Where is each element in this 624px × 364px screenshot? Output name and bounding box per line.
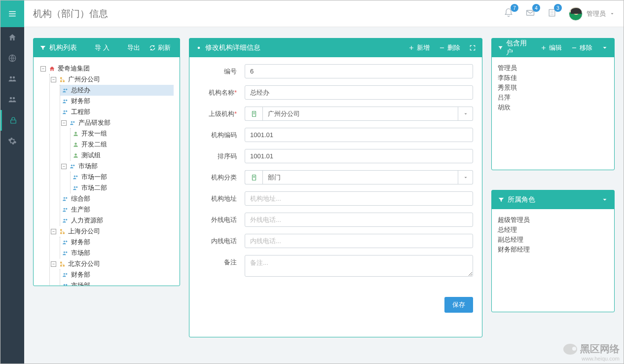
tree-node[interactable]: −上海分公司	[50, 226, 174, 237]
gear-icon	[195, 44, 202, 51]
phone-out-field[interactable]	[245, 213, 473, 227]
nav-lock[interactable]	[0, 110, 24, 131]
svg-point-35	[63, 218, 65, 220]
users-icon	[8, 95, 17, 104]
list-item[interactable]: 李陈佳	[498, 73, 608, 83]
list-item[interactable]: 财务部经理	[498, 245, 608, 255]
tree-node[interactable]: 开发二组	[71, 139, 174, 150]
notif-building[interactable]: 3	[547, 8, 557, 19]
list-item[interactable]: 秀景琪	[498, 83, 608, 93]
panel-title: 所属角色	[508, 195, 535, 204]
collapse-button[interactable]	[601, 44, 608, 51]
tree-toggle[interactable]: −	[61, 120, 67, 126]
import-button[interactable]: 导 入	[86, 43, 110, 52]
hamburger-icon	[8, 9, 17, 18]
tree-node[interactable]: 开发一组	[71, 128, 174, 139]
list-item[interactable]: 管理员	[498, 63, 608, 73]
page-title: 机构（部门）信息	[33, 7, 108, 20]
svg-point-34	[66, 208, 67, 209]
tree-toggle[interactable]: −	[40, 66, 46, 72]
refresh-button[interactable]: 刷新	[149, 43, 171, 52]
topbar-actions: 7 4 3 管理员	[504, 7, 615, 21]
tree-node[interactable]: 财务部	[60, 237, 174, 248]
tree-toggle[interactable]: −	[51, 229, 56, 234]
ico-user-icon	[72, 142, 79, 148]
tree-node[interactable]: 财务部	[60, 96, 174, 107]
nav-settings[interactable]	[0, 131, 24, 151]
tree-node[interactable]: 市场部	[60, 248, 174, 258]
remove-button[interactable]: 移除	[571, 43, 592, 52]
tree-node[interactable]: 生产部	[60, 204, 174, 215]
panel-header: 所属角色	[492, 190, 614, 209]
list-item[interactable]: 总经理	[498, 225, 608, 235]
add-button[interactable]: 新增	[408, 43, 430, 52]
name-field[interactable]	[245, 85, 473, 100]
code-field[interactable]	[245, 128, 473, 142]
save-button[interactable]: 保存	[444, 297, 473, 313]
remark-field[interactable]	[245, 255, 473, 277]
tree-toggle[interactable]: −	[51, 261, 56, 267]
nav-users2[interactable]	[0, 89, 24, 110]
tree-node[interactable]: −产品研发部	[60, 117, 174, 128]
tree-node[interactable]: 测试组	[71, 150, 174, 161]
nav-home[interactable]	[0, 27, 24, 48]
menu-toggle-button[interactable]	[0, 0, 24, 27]
tree-toggle[interactable]: −	[51, 77, 56, 82]
id-field[interactable]	[245, 64, 473, 78]
sort-field[interactable]	[245, 149, 473, 163]
label-name: 机构名称*	[198, 88, 245, 97]
notif-bell[interactable]: 7	[504, 8, 514, 19]
svg-rect-45	[60, 265, 62, 266]
category-field[interactable]	[262, 170, 458, 184]
svg-point-36	[66, 218, 67, 220]
fullscreen-button[interactable]	[469, 44, 476, 51]
plus-icon	[540, 44, 547, 51]
parent-dropdown-button[interactable]	[458, 107, 473, 121]
list-item[interactable]: 胡欣	[498, 103, 608, 112]
category-dropdown-button[interactable]	[458, 170, 473, 184]
tree-node[interactable]: 总经办	[60, 85, 174, 96]
tree-node[interactable]: −广州分公司	[50, 74, 174, 85]
export-button[interactable]: 导出	[118, 43, 140, 52]
svg-point-31	[63, 197, 65, 198]
delete-button[interactable]: 删除	[439, 43, 460, 52]
nav-users1[interactable]	[0, 69, 24, 89]
minus-icon	[439, 44, 445, 51]
category-lookup-button[interactable]	[245, 170, 262, 184]
svg-point-28	[76, 175, 77, 177]
tree-node[interactable]: −爱奇迪集团	[39, 63, 174, 74]
users-panel: 包含用户 编辑 移除 管理员李陈佳秀景琪吕萍胡欣	[491, 38, 615, 170]
tree-node[interactable]: 市场部	[60, 280, 174, 286]
phone-in-field[interactable]	[245, 234, 473, 248]
list-item[interactable]: 超级管理员	[498, 215, 608, 225]
chevron-down-icon	[610, 11, 615, 16]
tree-node[interactable]: 市场二部	[71, 182, 174, 193]
document-icon	[251, 174, 257, 181]
tree-node[interactable]: 财务部	[60, 269, 174, 280]
nav-globe[interactable]	[0, 48, 24, 69]
tree-node[interactable]: −市场部	[60, 161, 174, 172]
address-field[interactable]	[245, 191, 473, 206]
right-column: 包含用户 编辑 移除 管理员李陈佳秀景琪吕萍胡欣 所属角色 超级管理员总经理副总…	[491, 38, 615, 353]
list-item[interactable]: 吕萍	[498, 93, 608, 103]
tree-node[interactable]: 综合部	[60, 193, 174, 204]
notif-mail[interactable]: 4	[525, 8, 535, 19]
label-phone-out: 外线电话	[198, 216, 245, 224]
svg-rect-51	[440, 47, 444, 48]
list-item[interactable]: 副总经理	[498, 235, 608, 245]
tree-toggle[interactable]: −	[61, 164, 67, 169]
panel-title: 包含用户	[506, 39, 528, 57]
lock-icon	[9, 116, 18, 125]
collapse-button[interactable]	[601, 196, 608, 203]
parent-field[interactable]	[262, 107, 458, 121]
tree-node[interactable]: 市场一部	[71, 172, 174, 182]
user-menu[interactable]: 管理员	[569, 7, 615, 21]
minus-icon	[571, 44, 578, 51]
tree-node[interactable]: 工程部	[60, 107, 174, 117]
ico-users-icon	[72, 185, 79, 191]
tree-node[interactable]: 人力资源部	[60, 215, 174, 226]
parent-lookup-button[interactable]	[245, 107, 262, 121]
edit-button[interactable]: 编辑	[540, 43, 562, 52]
ico-users-icon	[61, 250, 69, 256]
tree-node[interactable]: −北京分公司	[50, 258, 174, 269]
